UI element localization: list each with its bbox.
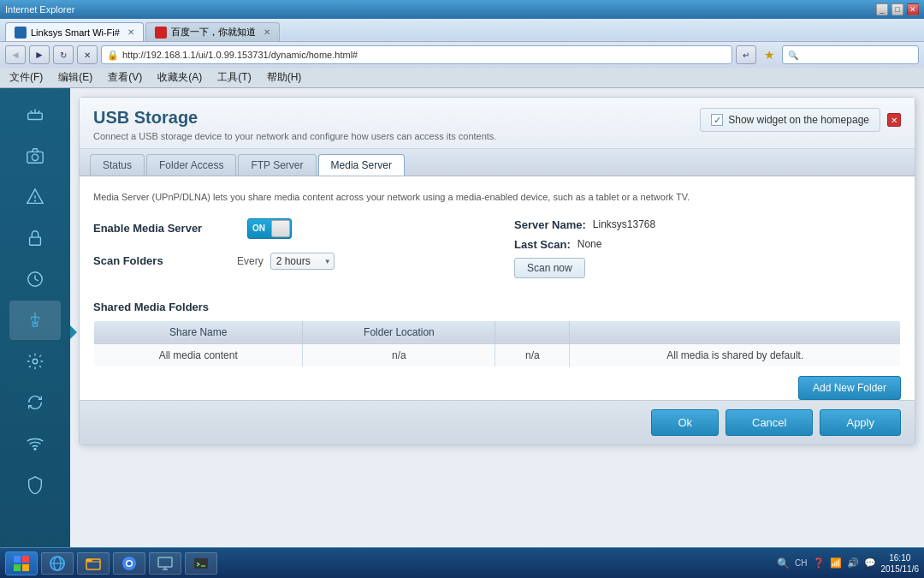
clock-time: 16:10 bbox=[881, 552, 920, 563]
sidebar-item-shield[interactable] bbox=[9, 465, 61, 504]
menu-view[interactable]: 查看(V) bbox=[105, 69, 145, 86]
svg-rect-21 bbox=[22, 556, 29, 563]
sidebar-item-gear[interactable] bbox=[9, 342, 61, 381]
security-icon bbox=[26, 229, 44, 247]
maximize-button[interactable]: □ bbox=[891, 3, 903, 15]
table-row: All media content n/a n/a All media is s… bbox=[94, 343, 901, 366]
menu-help[interactable]: 帮助(H) bbox=[264, 69, 305, 86]
camera-icon bbox=[26, 146, 44, 165]
tab-media-server[interactable]: Media Server bbox=[318, 154, 405, 176]
favorites-button[interactable]: ★ bbox=[760, 45, 779, 64]
scan-folders-row: Scan Folders Every 1 hour 2 hours 4 hour… bbox=[93, 253, 480, 270]
svg-rect-28 bbox=[86, 559, 92, 562]
address-bar[interactable]: 🔒 http://192.168.1.1/ui/1.0.99.153731/dy… bbox=[101, 45, 732, 64]
cancel-button[interactable]: Cancel bbox=[726, 409, 813, 436]
menu-file[interactable]: 文件(F) bbox=[7, 69, 45, 86]
back-button[interactable]: ◄ bbox=[5, 45, 26, 64]
update-icon bbox=[26, 393, 44, 412]
right-column: Server Name: Linksys13768 Last Scan: Non… bbox=[514, 218, 901, 287]
taskbar-item-monitor[interactable] bbox=[149, 552, 181, 575]
usb-icon bbox=[26, 311, 44, 330]
taskbar-right: 🔍 CH ❓ 📶 🔊 💬 16:10 2015/11/6 bbox=[777, 552, 919, 575]
browser-window: Internet Explorer _ □ ✕ Linksys Smart Wi… bbox=[0, 0, 924, 88]
tab-favicon-baidu bbox=[155, 27, 167, 39]
forward-button[interactable]: ► bbox=[29, 45, 50, 64]
gear-icon bbox=[26, 352, 44, 371]
tab-baidu[interactable]: 百度一下，你就知道 ✕ bbox=[145, 22, 280, 41]
title-bar: Internet Explorer _ □ ✕ bbox=[0, 0, 924, 19]
toggle-switch[interactable]: ON bbox=[247, 218, 292, 239]
sidebar-item-alert[interactable] bbox=[9, 177, 61, 217]
menu-edit[interactable]: 编辑(E) bbox=[56, 69, 95, 86]
panel-title: USB Storage bbox=[93, 108, 496, 128]
clock-date: 2015/11/6 bbox=[881, 563, 920, 575]
scan-now-button[interactable]: Scan now bbox=[514, 258, 585, 278]
description-text: Media Server (UPnP/DLNA) lets you share … bbox=[93, 190, 901, 205]
col-4 bbox=[570, 320, 901, 343]
taskbar-item-ie[interactable] bbox=[41, 552, 74, 575]
every-label: Every bbox=[237, 255, 264, 267]
svg-rect-20 bbox=[14, 556, 21, 563]
enable-label: Enable Media Server bbox=[93, 222, 230, 235]
ok-button[interactable]: Ok bbox=[651, 409, 719, 436]
taskbar-item-terminal[interactable] bbox=[185, 552, 217, 575]
tab-favicon-linksys bbox=[15, 27, 27, 39]
tab-linksys[interactable]: Linksys Smart Wi-Fi# ✕ bbox=[5, 22, 144, 41]
main-layout: USB Storage Connect a USB storage device… bbox=[0, 88, 924, 577]
tab-folder-access[interactable]: Folder Access bbox=[146, 154, 236, 176]
panel-header-left: USB Storage Connect a USB storage device… bbox=[93, 108, 496, 141]
shared-table: Share Name Folder Location All media con… bbox=[93, 320, 901, 367]
search-bar[interactable]: 🔍 bbox=[782, 45, 919, 64]
panel-header: USB Storage Connect a USB storage device… bbox=[80, 98, 915, 149]
windows-logo-icon bbox=[13, 555, 30, 572]
apply-button[interactable]: Apply bbox=[820, 409, 901, 436]
scan-folders-label: Scan Folders bbox=[93, 254, 230, 267]
menu-tools[interactable]: 工具(T) bbox=[215, 69, 253, 86]
go-button[interactable]: ↵ bbox=[736, 45, 756, 64]
sidebar-item-security[interactable] bbox=[9, 218, 61, 258]
sidebar-item-clock[interactable] bbox=[9, 259, 61, 299]
refresh-button[interactable]: ↻ bbox=[53, 45, 74, 64]
sidebar-item-usb[interactable] bbox=[9, 301, 61, 340]
svg-rect-35 bbox=[194, 558, 208, 569]
start-button[interactable] bbox=[5, 551, 38, 575]
panel-close-button[interactable]: ✕ bbox=[887, 113, 901, 127]
svg-rect-22 bbox=[14, 564, 21, 571]
svg-rect-0 bbox=[28, 113, 43, 119]
hours-select[interactable]: 1 hour 2 hours 4 hours 8 hours 24 hours bbox=[270, 253, 335, 270]
col-share-name: Share Name bbox=[94, 320, 303, 343]
taskbar-item-chrome[interactable] bbox=[113, 552, 145, 575]
minimize-button[interactable]: _ bbox=[876, 3, 888, 15]
tabs-bar: Status Folder Access FTP Server Media Se… bbox=[80, 149, 915, 176]
add-new-folder-button[interactable]: Add New Folder bbox=[798, 376, 901, 400]
widget-checkbox[interactable]: ✓ bbox=[711, 114, 723, 126]
network-icon: 📶 bbox=[830, 557, 842, 569]
table-header-row: Share Name Folder Location bbox=[94, 320, 901, 343]
terminal-icon bbox=[192, 555, 210, 572]
stop-button[interactable]: ✕ bbox=[77, 45, 98, 64]
tab-close-linksys[interactable]: ✕ bbox=[127, 27, 134, 37]
sidebar-item-camera[interactable] bbox=[9, 136, 61, 176]
tab-close-baidu[interactable]: ✕ bbox=[264, 27, 270, 37]
sidebar-item-update[interactable] bbox=[9, 383, 61, 422]
lock-icon: 🔒 bbox=[107, 50, 119, 61]
scan-now-area: Scan now bbox=[514, 258, 901, 278]
router-icon bbox=[26, 105, 44, 124]
last-scan-label: Last Scan: bbox=[514, 238, 571, 251]
close-button[interactable]: ✕ bbox=[907, 3, 919, 15]
widget-checkbox-container[interactable]: ✓ Show widget on the homepage bbox=[700, 108, 880, 132]
sidebar-item-router[interactable] bbox=[9, 95, 61, 134]
taskbar-help: ❓ bbox=[813, 557, 825, 569]
tab-ftp-server[interactable]: FTP Server bbox=[238, 154, 316, 176]
taskbar-item-explorer[interactable] bbox=[77, 552, 110, 575]
cell-share-name: All media content bbox=[94, 343, 303, 366]
toggle-on-label: ON bbox=[248, 223, 265, 233]
svg-point-31 bbox=[127, 561, 132, 565]
menu-favorites[interactable]: 收藏夹(A) bbox=[155, 69, 204, 86]
sidebar-active-indicator bbox=[70, 325, 77, 339]
address-text: http://192.168.1.1/ui/1.0.99.153731/dyna… bbox=[122, 50, 726, 60]
col-3 bbox=[495, 320, 570, 343]
browser-tabs-bar: Linksys Smart Wi-Fi# ✕ 百度一下，你就知道 ✕ bbox=[0, 19, 924, 41]
tab-status[interactable]: Status bbox=[90, 154, 145, 176]
sidebar-item-wifi[interactable] bbox=[9, 424, 61, 463]
